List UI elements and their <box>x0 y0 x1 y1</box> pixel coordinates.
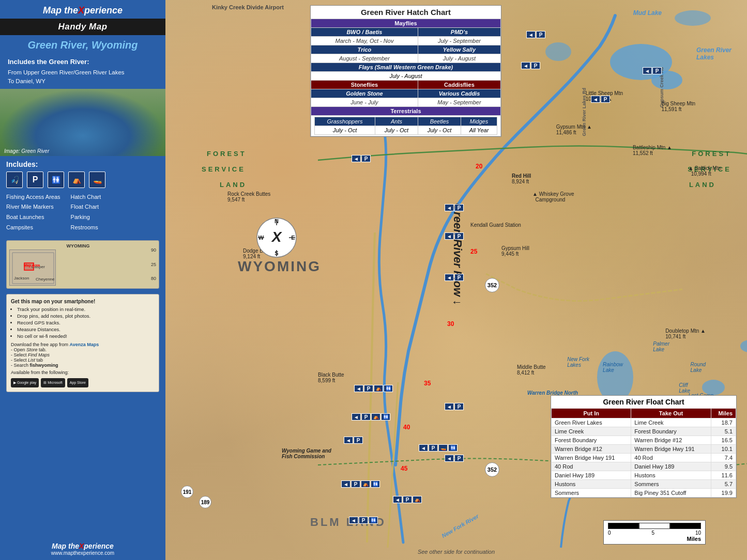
svg-text:X: X <box>271 229 283 245</box>
caddisflies-header: Caddisflies <box>418 81 500 89</box>
hatch-chart-table: Mayflies BWO / Baetis PMD's March - May,… <box>311 19 501 136</box>
miles-header: Miles <box>711 409 736 418</box>
inc-item: River Mile Markers <box>6 202 60 212</box>
wyoming-inset-map: WYOMING Jackson Casper Cheyenne Map Area… <box>6 240 159 289</box>
microsoft-badge[interactable]: ⊞ Microsoft <box>41 378 65 387</box>
float-row: Forest BoundaryWarren Bridge #1216.5 <box>552 436 736 445</box>
sidebar: Map theXperience Handy Map Green River, … <box>0 0 165 560</box>
scale-bar: 0 5 10 Miles <box>603 520 706 545</box>
smartphone-bullets: Track your position in real-time. Drop p… <box>11 306 155 339</box>
fishing-icon: 🎣 <box>6 172 23 188</box>
hatch-chart-title: Green River Hatch Chart <box>311 6 501 19</box>
sidebar-photo: Image: Green River <box>0 89 165 156</box>
road-352-sign: 352 <box>485 278 499 292</box>
bullet-item: Record GPS tracks. <box>17 320 155 325</box>
float-row: SommersBig Piney 351 Cutoff19.9 <box>552 489 736 497</box>
marker-group-7: ◄ P <box>445 274 464 281</box>
flays-dates: July - August <box>311 72 501 81</box>
midges-dates: All Year <box>461 126 497 135</box>
marker-group-6: ◄ P <box>445 232 464 240</box>
trico-dates: August - September <box>311 54 418 63</box>
includes-col-2: Hatch Chart Float Chart Parking Restroom… <box>71 192 101 233</box>
city-jackson: Jackson <box>14 276 29 281</box>
marker-group-r3: ◄ P <box>591 96 610 103</box>
inc-item: Campsites <box>6 223 60 233</box>
road-352-sign-2: 352 <box>485 462 499 477</box>
yellow-sally-dates: July - August <box>418 54 500 63</box>
mile-20: 20 <box>476 163 482 170</box>
golden-stone-dates: June - July <box>311 98 418 107</box>
inc-item: Hatch Chart <box>71 192 101 203</box>
saltlick-mtn-label: ▲ Saltlick Mtn 10,994 ft <box>688 165 721 177</box>
continuation-label: See other side for continuation <box>418 549 495 555</box>
bottom-brand: Map theXperience <box>4 542 161 550</box>
marker-group-r2: ◄ P <box>643 67 662 74</box>
map-title-label: Handy Map <box>58 22 107 32</box>
terrestrials-header: Terrestrials <box>311 107 501 116</box>
wyoming-state-outline: Jackson Casper Cheyenne Map Area <box>9 250 56 286</box>
float-row: Lime CreekForest Boundary5.1 <box>552 427 736 436</box>
smartphone-section: Get this map on your smartphone! Track y… <box>6 294 159 392</box>
float-chart-table: Put In Take Out Miles Green River LakesL… <box>551 408 736 497</box>
avenza-brand: Avenza Maps <box>70 342 99 347</box>
map-subtitle: Green River, Wyoming <box>27 39 138 51</box>
green-river-flow-label: Green River Flow ↓ <box>451 203 464 305</box>
marker-group-r1: ◄ P <box>526 31 545 38</box>
smartphone-title: Get this map on your smartphone! <box>11 299 155 304</box>
float-chart-title: Green River Float Chart <box>551 396 736 408</box>
camping-icon: ⛺ <box>68 172 85 188</box>
scale-unit: Miles <box>608 536 701 542</box>
sidebar-bottom-logo: Map theXperience www.mapthexperience.com <box>0 538 165 560</box>
app-info: Download the free app from Avenza Maps -… <box>11 342 155 368</box>
midges-header: Midges <box>461 117 497 126</box>
big-sheep-mtn-label: Big Sheep Mtn11,591 ft <box>661 101 695 112</box>
black-butte-label: Black Butte8,599 ft <box>318 372 344 383</box>
float-chart: Green River Float Chart Put In Take Out … <box>551 395 737 498</box>
sidebar-logo: Map theXperience <box>0 0 165 19</box>
gypsum-mtn-label: Gypsum Mtn ▲11,486 ft <box>556 124 592 135</box>
sidebar-includes-section: Includes: 🎣 P 🚻 ⛺ 🚤 Fishing Access Areas… <box>0 156 165 237</box>
ants-dates: July - Oct <box>375 126 418 135</box>
grasshoppers-header: Grasshoppers <box>315 117 375 126</box>
marker-group-11: ◄ P 🚤 🚻 <box>419 444 458 452</box>
beetles-dates: July - Oct <box>418 126 461 135</box>
city-cheyenne: Cheyenne <box>36 277 54 282</box>
stoneflies-header: Stoneflies <box>311 81 418 89</box>
beetles-header: Beetles <box>418 117 461 126</box>
compass: X N S W E <box>256 217 297 258</box>
inc-item: Float Chart <box>71 202 101 212</box>
includes-heading: Includes the Green River: <box>0 55 165 68</box>
pmd-dates: July - September <box>418 37 500 45</box>
mile-40: 40 <box>403 424 410 431</box>
float-row: Warren Bridge Hwy 19140 Rod7.4 <box>552 454 736 462</box>
marker-group-9: ◄ P ⛺ 🚻 <box>352 413 390 421</box>
golden-stone-header: Golden Stone <box>311 89 418 98</box>
ants-header: Ants <box>375 117 418 126</box>
bullet-item: No cell or wi-fi needed! <box>17 333 155 339</box>
inc-item: Parking <box>71 212 101 223</box>
mile-30: 30 <box>447 320 454 328</box>
map-area: Kinky Creek Divide Airport Mud Lake Doll… <box>165 0 747 560</box>
website-url: www.mapthexperience.com <box>4 550 161 556</box>
various-caddis-header: Various Caddis <box>418 89 500 98</box>
map-icons-row: 🎣 P 🚻 ⛺ 🚤 <box>6 172 159 188</box>
includes-col-1: Fishing Access Areas River Mile Markers … <box>6 192 60 233</box>
yellow-sally-header: Yellow Sally <box>418 45 500 54</box>
google-play-badge[interactable]: ▶ Google play <box>11 378 39 387</box>
bullet-item: Measure Distances. <box>17 326 155 332</box>
mile-35: 35 <box>424 380 431 387</box>
float-row: Warren Bridge #12Warren Bridge Hwy 19110… <box>552 445 736 454</box>
scale-labels: 0 5 10 <box>608 530 701 536</box>
parking-icon: P <box>27 172 43 188</box>
bwo-dates: March - May, Oct - Nov <box>311 37 418 45</box>
road-189-sign: 189 <box>199 496 211 508</box>
rainbow-lake-label: RainbowLake <box>603 362 623 373</box>
map-area-label: Map Area <box>24 263 40 267</box>
hatch-chart: Green River Hatch Chart Mayflies BWO / B… <box>310 5 501 137</box>
app-store-badge[interactable]: App Store <box>67 378 88 387</box>
whiskey-grove-label: ▲ Whiskey Grove Campground <box>532 191 574 203</box>
palmer-lake-label: PalmerLake <box>653 341 669 352</box>
scale-bar-visual <box>608 523 701 529</box>
restrooms-icon: 🚻 <box>48 172 64 188</box>
sidebar-title-bar: Handy Map <box>0 19 165 35</box>
